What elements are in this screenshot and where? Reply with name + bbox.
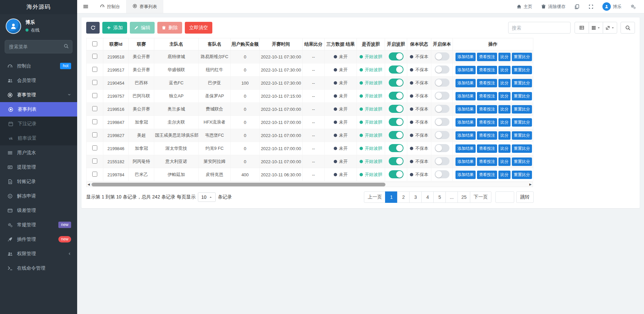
reset-score-button[interactable]: 重置比分 (512, 131, 532, 140)
baoben-toggle[interactable] (435, 157, 449, 165)
sidebar-item-权限管理[interactable]: 权限管理 (0, 246, 77, 261)
reset-score-button[interactable]: 重置比分 (512, 92, 532, 100)
bodan-toggle[interactable] (389, 52, 404, 60)
row-checkbox[interactable] (92, 119, 97, 124)
sidebar-item-赛事管理[interactable]: 赛事管理 (0, 88, 77, 102)
page-button-25[interactable]: 25 (458, 191, 470, 203)
delete-button[interactable]: 删除 (157, 22, 182, 34)
row-checkbox[interactable] (92, 54, 97, 59)
view-bets-button[interactable]: 查看投注 (477, 131, 497, 140)
view-bets-button[interactable]: 查看投注 (477, 92, 497, 100)
score-button[interactable]: 比分 (498, 66, 511, 74)
reset-score-button[interactable]: 重置比分 (512, 79, 532, 87)
table-search-input[interactable] (508, 22, 571, 34)
sidebar-item-提现管理[interactable]: 提现管理 (0, 160, 77, 174)
sidebar-item-赔率设置[interactable]: vk赔率设置 (0, 131, 77, 145)
sidebar-item-在线命令管理[interactable]: 在线命令管理 (0, 261, 77, 275)
add-result-button[interactable]: 添加结果 (455, 92, 476, 100)
reset-score-button[interactable]: 重置比分 (512, 144, 532, 153)
export-button[interactable] (603, 22, 617, 34)
scroll-left-icon[interactable]: ◀ (88, 183, 90, 186)
view-bets-button[interactable]: 查看投注 (477, 79, 497, 87)
sidebar-search-input[interactable] (5, 40, 72, 53)
edit-button[interactable]: 编辑 (130, 22, 155, 34)
bodan-toggle[interactable] (389, 105, 404, 113)
reset-score-button[interactable]: 重置比分 (512, 66, 532, 74)
add-result-button[interactable]: 添加结果 (455, 66, 476, 74)
settings-button[interactable] (630, 4, 636, 9)
hamburger-button[interactable] (77, 0, 94, 13)
baoben-toggle[interactable] (435, 144, 449, 152)
reset-score-button[interactable]: 重置比分 (512, 158, 532, 166)
reset-score-button[interactable]: 重置比分 (512, 53, 532, 61)
row-checkbox[interactable] (92, 67, 97, 72)
add-result-button[interactable]: 添加结果 (455, 105, 476, 114)
bodan-toggle[interactable] (389, 157, 404, 165)
jump-button[interactable]: 跳转 (516, 191, 534, 203)
bodan-toggle[interactable] (389, 131, 404, 139)
fullscreen-button[interactable] (588, 4, 594, 9)
reset-score-button[interactable]: 重置比分 (512, 118, 532, 127)
score-button[interactable]: 比分 (498, 171, 511, 179)
view-bets-button[interactable]: 查看投注 (477, 171, 497, 179)
page-button-1[interactable]: 1 (385, 191, 397, 203)
prev-page-button[interactable]: 上一页 (364, 191, 385, 203)
row-checkbox[interactable] (92, 132, 97, 137)
search-button[interactable] (621, 22, 635, 34)
scroll-right-icon[interactable]: ▶ (529, 183, 532, 186)
add-button[interactable]: 添加 (102, 22, 127, 34)
reset-score-button[interactable]: 重置比分 (512, 105, 532, 114)
baoben-toggle[interactable] (435, 65, 449, 74)
home-button[interactable]: 主页 (517, 4, 532, 10)
page-button-5[interactable]: 5 (433, 191, 446, 203)
row-checkbox[interactable] (92, 106, 97, 111)
view-bets-button[interactable]: 查看投注 (477, 105, 497, 114)
row-checkbox[interactable] (92, 172, 97, 177)
score-button[interactable]: 比分 (498, 144, 511, 153)
reset-score-button[interactable]: 重置比分 (512, 171, 532, 179)
score-button[interactable]: 比分 (498, 131, 511, 140)
add-result-button[interactable]: 添加结果 (455, 118, 476, 127)
tab-赛事列表[interactable]: 赛事列表 (126, 0, 163, 13)
view-bets-button[interactable]: 查看投注 (477, 158, 497, 166)
sidebar-item-控制台[interactable]: 控制台hot (0, 59, 77, 73)
row-checkbox[interactable] (92, 80, 97, 85)
sidebar-item-会员管理[interactable]: 会员管理 (0, 73, 77, 88)
bodan-toggle[interactable] (389, 79, 404, 87)
sidebar-item-常规管理[interactable]: 常规管理new (0, 218, 77, 232)
sidebar-item-赛事列表[interactable]: 赛事列表 (0, 102, 77, 117)
baoben-toggle[interactable] (435, 92, 449, 100)
baoben-toggle[interactable] (435, 118, 449, 126)
baoben-toggle[interactable] (435, 52, 449, 60)
row-checkbox[interactable] (92, 145, 97, 150)
score-button[interactable]: 比分 (498, 118, 511, 127)
scrollbar-thumb[interactable] (92, 183, 385, 186)
score-button[interactable]: 比分 (498, 92, 511, 100)
view-bets-button[interactable]: 查看投注 (477, 144, 497, 153)
clear-now-button[interactable]: 立即清空 (185, 22, 212, 34)
bodan-toggle[interactable] (389, 170, 404, 178)
page-button-4[interactable]: 4 (421, 191, 434, 203)
sidebar-item-级差管理[interactable]: 级差管理 (0, 203, 77, 218)
add-result-button[interactable]: 添加结果 (455, 158, 476, 166)
page-button-2[interactable]: 2 (397, 191, 410, 203)
bodan-toggle[interactable] (389, 118, 404, 126)
page-size-select[interactable]: 10 (198, 192, 216, 202)
sidebar-item-插件管理[interactable]: 插件管理new (0, 232, 77, 246)
score-button[interactable]: 比分 (498, 79, 511, 87)
clear-cache-button[interactable]: 清除缓存 (541, 4, 566, 10)
columns-button[interactable] (589, 22, 603, 34)
avatar[interactable] (6, 18, 21, 34)
copy-page-button[interactable] (574, 4, 580, 9)
sidebar-item-解冻申请[interactable]: 解冻申请 (0, 189, 77, 203)
select-all-checkbox[interactable] (92, 41, 97, 46)
add-result-button[interactable]: 添加结果 (455, 171, 476, 179)
view-bets-button[interactable]: 查看投注 (477, 66, 497, 74)
refresh-button[interactable] (86, 22, 100, 34)
baoben-toggle[interactable] (435, 170, 449, 178)
add-result-button[interactable]: 添加结果 (455, 131, 476, 140)
score-button[interactable]: 比分 (498, 105, 511, 114)
baoben-toggle[interactable] (435, 79, 449, 87)
view-bets-button[interactable]: 查看投注 (477, 53, 497, 61)
add-result-button[interactable]: 添加结果 (455, 53, 476, 61)
